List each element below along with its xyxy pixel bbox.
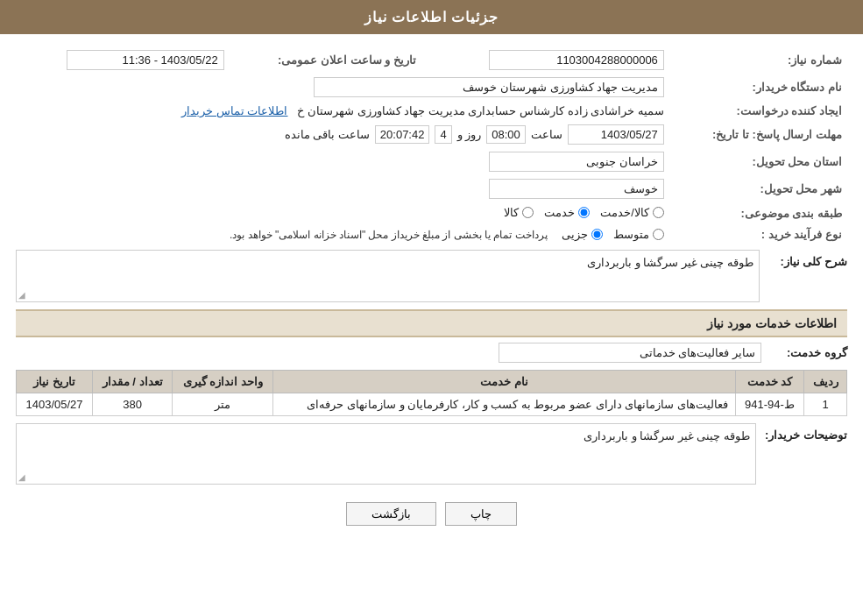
shahr-label: شهر محل تحویل: — [669, 175, 847, 202]
col-kod: کد خدمت — [735, 371, 803, 393]
sharh-label: شرح کلی نیاز: — [768, 250, 847, 268]
farayand-jozi[interactable]: جزیی — [562, 228, 603, 241]
page-header: جزئیات اطلاعات نیاز — [0, 0, 863, 34]
cell-tedad: 380 — [93, 393, 173, 416]
ostan-input: خراسان جنوبی — [489, 152, 664, 172]
row-ijad: ایجاد کننده درخواست: سمیه خراشادی زاده ک… — [16, 101, 847, 121]
ijad-konande-text: سمیه خراشادی زاده کارشناس حسابداری مدیری… — [297, 104, 664, 117]
tabaqe-kala-khidmat-radio[interactable] — [653, 207, 664, 218]
nam-dastgah-input: مدیریت جهاد کشاورزی شهرستان خوسف — [314, 77, 664, 97]
sharh-box: طوقه چینی غیر سرگشا و باربرداری ◢ — [16, 250, 760, 302]
page-wrapper: جزئیات اطلاعات نیاز شماره نیاز: 11030042… — [0, 0, 863, 616]
services-section-header: اطلاعات خدمات مورد نیاز — [16, 309, 847, 337]
tabaqe-label: طبقه بندی موضوعی: — [669, 202, 847, 224]
mohlat-roz-label: روز و — [457, 128, 482, 141]
tabaqe-kala-radio[interactable] — [522, 207, 534, 218]
services-header-row: ردیف کد خدمت نام خدمت واحد اندازه گیری ت… — [17, 371, 847, 393]
mohlat-baqi-input: 20:07:42 — [375, 125, 430, 144]
row-shahr: شهر محل تحویل: خوسف — [16, 175, 847, 202]
cell-nam: فعالیت‌های سازمانهای دارای عضو مربوط به … — [273, 393, 736, 416]
row-dastgah: نام دستگاه خریدار: مدیریت جهاد کشاورزی ش… — [16, 74, 847, 101]
info-table: شماره نیاز: 1103004288000006 تاریخ و ساع… — [16, 46, 847, 244]
table-row: 1 ط-94-941 فعالیت‌های سازمانهای دارای عض… — [17, 393, 847, 416]
sharh-row: شرح کلی نیاز: طوقه چینی غیر سرگشا و بارب… — [16, 250, 847, 302]
tabaqe-kala-khidmat-label: کالا/خدمت — [600, 206, 649, 219]
shahr-value: خوسف — [16, 175, 669, 202]
row-tabaqe: طبقه بندی موضوعی: کالا/خدمت خدمت — [16, 202, 847, 224]
shomara-niaz-input: 1103004288000006 — [489, 50, 664, 70]
mohlat-baqi-label: ساعت باقی مانده — [285, 128, 370, 141]
row-ostan: استان محل تحویل: خراسان جنوبی — [16, 148, 847, 175]
etelaat-tamas-link[interactable]: اطلاعات تماس خریدار — [181, 104, 287, 117]
main-content: شماره نیاز: 1103004288000006 تاریخ و ساع… — [0, 34, 863, 547]
mohlat-label: مهلت ارسال پاسخ: تا تاریخ: — [669, 121, 847, 148]
row-mohlat: مهلت ارسال پاسخ: تا تاریخ: 1403/05/27 سا… — [16, 121, 847, 148]
page-title: جزئیات اطلاعات نیاز — [364, 10, 499, 25]
tabaqe-kala-khidmat[interactable]: کالا/خدمت — [600, 206, 664, 219]
farayand-note: پرداخت تمام یا بخشی از مبلغ خریداز محل "… — [230, 229, 548, 241]
cell-vahed: متر — [173, 393, 273, 416]
farayand-motavasset-label: متوسط — [613, 228, 649, 241]
mohlat-saat-input: 08:00 — [486, 125, 526, 144]
tabaqe-radio-group: کالا/خدمت خدمت کالا — [504, 206, 664, 219]
print-button[interactable]: چاپ — [445, 502, 517, 526]
tarikh-elan-input: 1403/05/22 - 11:36 — [67, 50, 224, 70]
tabaqe-khidmat-radio[interactable] — [578, 207, 590, 218]
resize-icon: ◢ — [18, 290, 25, 300]
buyer-notes-box: طوقه چینی غیر سرگشا و باربرداری ◢ — [16, 423, 756, 485]
row-farayand: نوع فرآیند خرید : متوسط جزیی — [16, 224, 847, 244]
col-radif: ردیف — [804, 371, 847, 393]
farayand-row: متوسط جزیی پرداخت تمام یا بخشی از مبلغ خ… — [21, 228, 664, 241]
col-vahed: واحد اندازه گیری — [173, 371, 273, 393]
shomara-niaz-value: 1103004288000006 — [434, 46, 669, 74]
tabaqe-kala-label: کالا — [504, 206, 519, 219]
farayand-label: نوع فرآیند خرید : — [669, 224, 847, 244]
buyer-notes-section: توضیحات خریدار: طوقه چینی غیر سرگشا و با… — [16, 423, 847, 485]
buyer-notes-value: طوقه چینی غیر سرگشا و باربرداری — [584, 429, 750, 443]
cell-radif: 1 — [804, 393, 847, 416]
services-table: ردیف کد خدمت نام خدمت واحد اندازه گیری ت… — [16, 370, 847, 416]
farayand-motavasset-radio[interactable] — [653, 229, 664, 240]
ostan-label: استان محل تحویل: — [669, 148, 847, 175]
col-tedad: تعداد / مقدار — [93, 371, 173, 393]
services-table-head: ردیف کد خدمت نام خدمت واحد اندازه گیری ت… — [17, 371, 847, 393]
services-table-body: 1 ط-94-941 فعالیت‌های سازمانهای دارای عض… — [17, 393, 847, 416]
mohlat-row: 1403/05/27 ساعت 08:00 روز و 4 20:07:42 س… — [21, 124, 664, 145]
farayand-jozi-radio[interactable] — [591, 229, 603, 240]
mohlat-saat-label: ساعت — [531, 128, 562, 141]
row-shomara: شماره نیاز: 1103004288000006 تاریخ و ساع… — [16, 46, 847, 74]
mohlat-date-input: 1403/05/27 — [568, 124, 664, 145]
resize-icon-notes: ◢ — [18, 472, 25, 482]
tarikh-elan-value: 1403/05/22 - 11:36 — [16, 46, 230, 74]
tabaqe-khidmat-label: خدمت — [544, 206, 575, 219]
shahr-input: خوسف — [489, 179, 664, 199]
col-nam: نام خدمت — [273, 371, 736, 393]
group-label: گروه خدمت: — [768, 346, 847, 359]
back-button[interactable]: بازگشت — [346, 502, 436, 526]
buyer-notes-label: توضیحات خریدار: — [765, 423, 847, 442]
sharh-container: طوقه چینی غیر سرگشا و باربرداری ◢ — [16, 250, 760, 302]
farayand-jozi-label: جزیی — [562, 228, 588, 241]
ijad-konande-value: سمیه خراشادی زاده کارشناس حسابداری مدیری… — [16, 101, 669, 121]
ijad-konande-label: ایجاد کننده درخواست: — [669, 101, 847, 121]
farayand-motavasset[interactable]: متوسط — [613, 228, 664, 241]
tarikh-elan-label: تاریخ و ساعت اعلان عمومی: — [230, 46, 434, 74]
shomara-niaz-label: شماره نیاز: — [669, 46, 847, 74]
farayand-value: متوسط جزیی پرداخت تمام یا بخشی از مبلغ خ… — [16, 224, 669, 244]
group-row: گروه خدمت: سایر فعالیت‌های خدماتی — [16, 343, 847, 363]
bottom-buttons: چاپ بازگشت — [16, 490, 847, 535]
sharh-value: طوقه چینی غیر سرگشا و باربرداری — [587, 256, 753, 269]
tabaqe-khidmat[interactable]: خدمت — [544, 206, 590, 219]
nam-dastgah-label: نام دستگاه خریدار: — [669, 74, 847, 101]
group-value: سایر فعالیت‌های خدماتی — [499, 343, 761, 363]
ostan-value: خراسان جنوبی — [16, 148, 669, 175]
mohlat-value: 1403/05/27 ساعت 08:00 روز و 4 20:07:42 س… — [16, 121, 669, 148]
farayand-radio-group: متوسط جزیی — [562, 228, 664, 241]
mohlat-roz-input: 4 — [435, 125, 451, 144]
cell-kod: ط-94-941 — [735, 393, 803, 416]
nam-dastgah-value: مدیریت جهاد کشاورزی شهرستان خوسف — [16, 74, 669, 101]
tabaqe-options: کالا/خدمت خدمت کالا — [16, 202, 669, 224]
col-tarikh: تاریخ نیاز — [17, 371, 93, 393]
cell-tarikh: 1403/05/27 — [17, 393, 93, 416]
tabaqe-kala[interactable]: کالا — [504, 206, 534, 219]
